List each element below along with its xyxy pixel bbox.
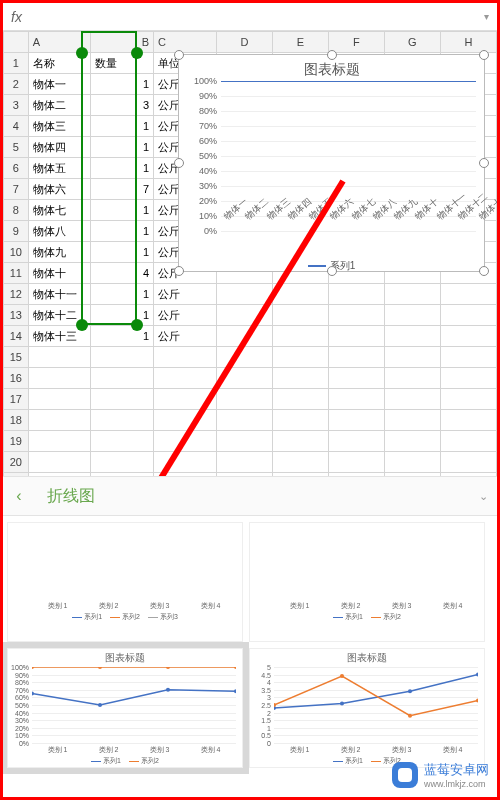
- cell[interactable]: [154, 389, 217, 410]
- cell[interactable]: [91, 473, 154, 477]
- cell[interactable]: 1: [91, 326, 154, 347]
- row-header-13[interactable]: 13: [4, 305, 29, 326]
- cell[interactable]: 物体九: [28, 242, 91, 263]
- cell[interactable]: [384, 452, 440, 473]
- cell[interactable]: [328, 368, 384, 389]
- cell[interactable]: [328, 347, 384, 368]
- cell[interactable]: [28, 410, 91, 431]
- cell[interactable]: [154, 410, 217, 431]
- row-header-1[interactable]: 1: [4, 53, 29, 74]
- cell[interactable]: [328, 326, 384, 347]
- col-header-A[interactable]: A: [28, 32, 91, 53]
- row-header-20[interactable]: 20: [4, 452, 29, 473]
- cell[interactable]: 物体十一: [28, 284, 91, 305]
- cell[interactable]: [216, 368, 272, 389]
- chart-preview-bottom-left[interactable]: 图表标题100%90%80%70%60%50%40%30%20%10%0%类别 …: [7, 648, 243, 768]
- embedded-chart[interactable]: 图表标题 100%90%80%70%60%50%40%30%20%10%0% 物…: [178, 54, 485, 272]
- cell[interactable]: 物体十三: [28, 326, 91, 347]
- cell[interactable]: 物体一: [28, 74, 91, 95]
- cell[interactable]: [91, 347, 154, 368]
- chart-resize-handle[interactable]: [479, 158, 489, 168]
- cell[interactable]: 1: [91, 74, 154, 95]
- cell[interactable]: 物体八: [28, 221, 91, 242]
- cell[interactable]: [216, 305, 272, 326]
- col-header-H[interactable]: H: [440, 32, 496, 53]
- cell[interactable]: [91, 368, 154, 389]
- chart-preview-top-left[interactable]: 类别 1类别 2类别 3类别 4系列1系列2系列3: [7, 522, 243, 642]
- chevron-down-icon[interactable]: ▾: [484, 11, 489, 22]
- cell[interactable]: 3: [91, 95, 154, 116]
- cell[interactable]: [216, 347, 272, 368]
- row-header-9[interactable]: 9: [4, 221, 29, 242]
- cell[interactable]: [440, 452, 496, 473]
- cell[interactable]: [328, 431, 384, 452]
- cell[interactable]: [154, 431, 217, 452]
- row-header-19[interactable]: 19: [4, 431, 29, 452]
- row-header-8[interactable]: 8: [4, 200, 29, 221]
- cell[interactable]: [384, 326, 440, 347]
- cell[interactable]: [272, 347, 328, 368]
- cell[interactable]: [328, 389, 384, 410]
- cell[interactable]: [328, 284, 384, 305]
- cell[interactable]: [154, 473, 217, 477]
- cell[interactable]: 1: [91, 284, 154, 305]
- cell[interactable]: 物体四: [28, 137, 91, 158]
- cell[interactable]: [440, 389, 496, 410]
- chart-resize-handle[interactable]: [479, 50, 489, 60]
- select-all-cell[interactable]: [4, 32, 29, 53]
- cell[interactable]: [272, 305, 328, 326]
- cell[interactable]: 1: [91, 137, 154, 158]
- row-header-6[interactable]: 6: [4, 158, 29, 179]
- chart-resize-handle[interactable]: [327, 266, 337, 276]
- cell[interactable]: [154, 452, 217, 473]
- cell[interactable]: [328, 305, 384, 326]
- cell[interactable]: 物体五: [28, 158, 91, 179]
- cell[interactable]: [216, 326, 272, 347]
- chart-preview-top-right[interactable]: 类别 1类别 2类别 3类别 4系列1系列2: [249, 522, 485, 642]
- chart-resize-handle[interactable]: [479, 266, 489, 276]
- row-header-11[interactable]: 11: [4, 263, 29, 284]
- row-header-5[interactable]: 5: [4, 137, 29, 158]
- chart-resize-handle[interactable]: [174, 266, 184, 276]
- cell[interactable]: [384, 410, 440, 431]
- cell[interactable]: [328, 452, 384, 473]
- row-header-15[interactable]: 15: [4, 347, 29, 368]
- cell[interactable]: [272, 326, 328, 347]
- cell[interactable]: 物体六: [28, 179, 91, 200]
- back-icon[interactable]: ‹: [3, 487, 35, 505]
- cell[interactable]: 4: [91, 263, 154, 284]
- cell[interactable]: [384, 473, 440, 477]
- cell[interactable]: 1: [91, 200, 154, 221]
- cell[interactable]: 物体二: [28, 95, 91, 116]
- cell[interactable]: 公斤: [154, 326, 217, 347]
- cell[interactable]: [272, 431, 328, 452]
- cell[interactable]: 1: [91, 221, 154, 242]
- cell[interactable]: [91, 389, 154, 410]
- cell[interactable]: 数量: [91, 53, 154, 74]
- chart-resize-handle[interactable]: [327, 50, 337, 60]
- cell[interactable]: [384, 389, 440, 410]
- row-header-16[interactable]: 16: [4, 368, 29, 389]
- cell[interactable]: [91, 410, 154, 431]
- col-header-B[interactable]: B: [91, 32, 154, 53]
- cell[interactable]: [91, 431, 154, 452]
- cell[interactable]: 1: [91, 305, 154, 326]
- cell[interactable]: [384, 347, 440, 368]
- cell[interactable]: [440, 284, 496, 305]
- cell[interactable]: 名称: [28, 53, 91, 74]
- cell[interactable]: [440, 347, 496, 368]
- cell[interactable]: [328, 473, 384, 477]
- cell[interactable]: [272, 452, 328, 473]
- cell[interactable]: 物体三: [28, 116, 91, 137]
- cell[interactable]: [154, 368, 217, 389]
- col-header-G[interactable]: G: [384, 32, 440, 53]
- cell[interactable]: [440, 305, 496, 326]
- row-header-4[interactable]: 4: [4, 116, 29, 137]
- col-header-F[interactable]: F: [328, 32, 384, 53]
- cell[interactable]: [440, 431, 496, 452]
- cell[interactable]: [216, 473, 272, 477]
- cell[interactable]: 物体十: [28, 263, 91, 284]
- cell[interactable]: 公斤: [154, 305, 217, 326]
- cell[interactable]: [216, 431, 272, 452]
- row-header-2[interactable]: 2: [4, 74, 29, 95]
